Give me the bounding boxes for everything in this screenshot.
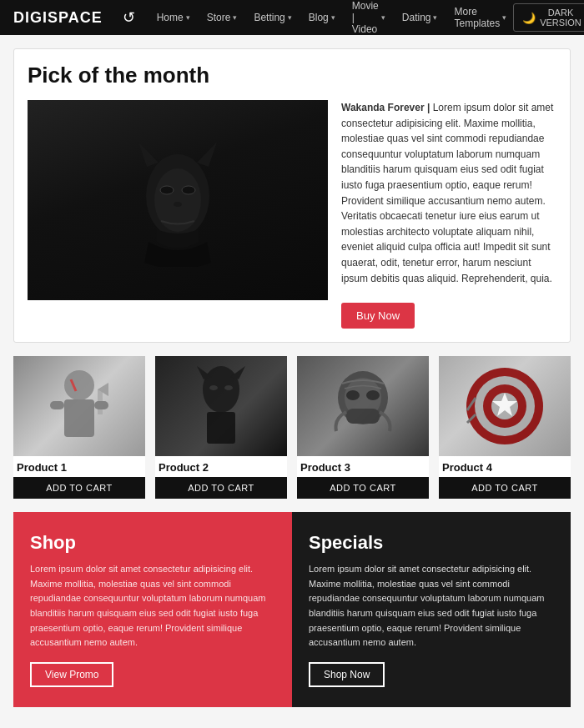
- svg-point-23: [346, 390, 360, 400]
- pick-text-content: Wakanda Forever | Lorem ipsum dolor sit …: [341, 100, 556, 329]
- svg-marker-1: [138, 142, 159, 167]
- nav-betting[interactable]: Betting ▾: [247, 0, 298, 38]
- product-card-3: Product 3 ADD TO CART: [297, 356, 429, 499]
- pick-movie-title: Wakanda Forever | Lorem ipsum dolor sit …: [341, 100, 556, 286]
- captain-america-shield-icon: [463, 364, 546, 448]
- product-card-2: Product 2 ADD TO CART: [155, 356, 287, 499]
- promo-specials-title: Specials: [309, 532, 554, 554]
- chevron-down-icon: ▾: [502, 13, 506, 22]
- product-image-2: [155, 356, 287, 456]
- product-name-4: Product 4: [439, 456, 571, 477]
- promo-row: Shop Lorem ipsum dolor sit amet consecte…: [13, 512, 571, 707]
- svg-rect-22: [346, 409, 380, 424]
- promo-shop-text: Lorem ipsum dolor sit amet consectetur a…: [30, 562, 275, 650]
- svg-point-4: [160, 186, 174, 194]
- shop-now-button[interactable]: Shop Now: [309, 662, 385, 687]
- svg-rect-12: [50, 401, 64, 409]
- chevron-down-icon: ▾: [381, 13, 385, 22]
- chevron-down-icon: ▾: [186, 13, 190, 22]
- nav-dating[interactable]: Dating ▾: [395, 0, 445, 38]
- svg-rect-13: [94, 401, 108, 409]
- product-name-2: Product 2: [155, 456, 287, 477]
- bane-mask-icon: [330, 369, 396, 444]
- svg-point-3: [154, 168, 201, 232]
- nav-store[interactable]: Store ▾: [200, 0, 244, 38]
- promo-shop-section: Shop Lorem ipsum dolor sit amet consecte…: [13, 512, 292, 707]
- pick-movie-image: [28, 100, 328, 300]
- instagram-section: INSTAGRAM: [0, 720, 584, 728]
- black-panther-mask-icon: [132, 133, 224, 267]
- promo-shop-title: Shop: [30, 532, 275, 554]
- promo-specials-section: Specials Lorem ipsum dolor sit amet cons…: [292, 512, 571, 707]
- buy-now-button[interactable]: Buy Now: [341, 303, 415, 329]
- black-panther-2-icon: [192, 364, 250, 448]
- site-logo: DIGISPACE: [13, 9, 103, 27]
- add-to-cart-button-3[interactable]: ADD TO CART: [297, 477, 429, 499]
- pick-content: Wakanda Forever | Lorem ipsum dolor sit …: [28, 100, 556, 329]
- svg-rect-8: [64, 399, 94, 437]
- product-name-3: Product 3: [297, 456, 429, 477]
- moon-icon: 🌙: [522, 12, 536, 24]
- nav-more-templates[interactable]: More Templates ▾: [447, 0, 513, 38]
- kratos-icon: [46, 364, 113, 448]
- product-image-3: [297, 356, 429, 456]
- nav-movie[interactable]: Movie | Video ▾: [345, 0, 392, 38]
- dark-version-button[interactable]: 🌙 DARK VERSION: [513, 3, 584, 32]
- product-name-1: Product 1: [13, 456, 145, 477]
- nav-blog[interactable]: Blog ▾: [302, 0, 342, 38]
- product-image-1: [13, 356, 145, 456]
- product-card-1: Product 1 ADD TO CART: [13, 356, 145, 499]
- spinner-icon: ↺: [123, 8, 135, 27]
- products-section: Product 1 ADD TO CART Product 2 ADD TO C…: [0, 356, 584, 512]
- chevron-down-icon: ▾: [331, 13, 335, 22]
- svg-point-7: [64, 370, 94, 400]
- svg-point-24: [366, 390, 380, 400]
- nav-home[interactable]: Home ▾: [150, 0, 197, 38]
- svg-point-17: [209, 385, 218, 390]
- chevron-down-icon: ▾: [433, 13, 437, 22]
- svg-point-6: [174, 202, 182, 207]
- product-image-4: [439, 356, 571, 456]
- svg-marker-2: [197, 142, 217, 167]
- svg-point-14: [203, 366, 239, 413]
- svg-rect-19: [207, 412, 235, 444]
- pick-of-month-section: Pick of the month: [13, 48, 571, 343]
- navigation: DIGISPACE ↺ Home ▾ Store ▾ Betting ▾ Blo…: [0, 0, 584, 35]
- product-card-4: Product 4 ADD TO CART: [439, 356, 571, 499]
- svg-point-5: [182, 186, 195, 194]
- add-to-cart-button-2[interactable]: ADD TO CART: [155, 477, 287, 499]
- pick-image-placeholder: [28, 100, 328, 300]
- chevron-down-icon: ▾: [288, 13, 292, 22]
- chevron-down-icon: ▾: [233, 13, 237, 22]
- promo-specials-text: Lorem ipsum dolor sit amet consectetur a…: [309, 562, 554, 650]
- svg-point-18: [224, 385, 233, 390]
- add-to-cart-button-1[interactable]: ADD TO CART: [13, 477, 145, 499]
- add-to-cart-button-4[interactable]: ADD TO CART: [439, 477, 571, 499]
- pick-title: Pick of the month: [28, 63, 556, 88]
- view-promo-button[interactable]: View Promo: [30, 662, 113, 687]
- nav-links: Home ▾ Store ▾ Betting ▾ Blog ▾ Movie | …: [150, 0, 514, 38]
